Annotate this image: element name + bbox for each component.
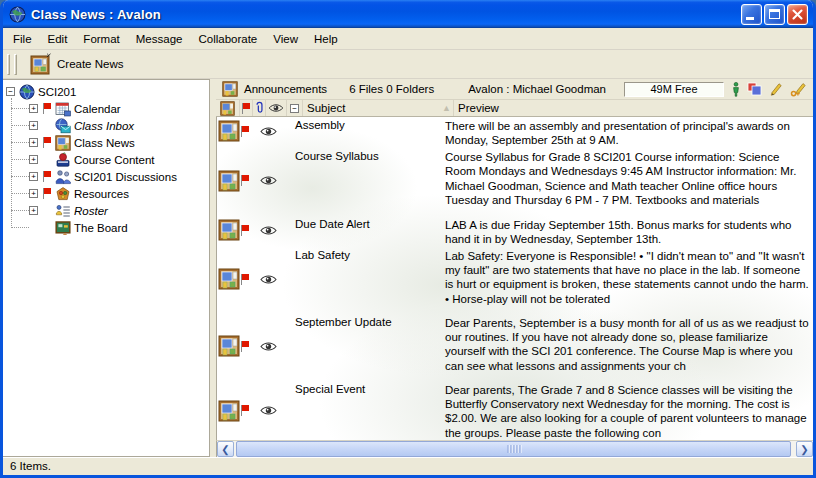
expander-plus-icon[interactable]: + <box>29 189 38 198</box>
create-news-button[interactable]: Create News <box>27 50 130 78</box>
column-item-icon[interactable] <box>216 100 240 116</box>
pencil-icon[interactable] <box>769 82 783 96</box>
column-flag[interactable] <box>240 100 253 116</box>
menu-help[interactable]: Help <box>306 30 346 48</box>
eye-icon[interactable] <box>260 175 277 188</box>
column-attachment[interactable] <box>253 100 266 116</box>
unread-flag-icon <box>240 404 250 419</box>
unread-flag-icon <box>240 125 250 140</box>
column-expand-all[interactable]: − <box>287 100 303 116</box>
close-icon <box>791 8 804 21</box>
eye-icon[interactable] <box>260 274 277 287</box>
item-icon-cell <box>217 381 291 440</box>
list-item-september-update[interactable]: September UpdateDear Parents, September … <box>217 314 813 381</box>
expander-minus-icon[interactable]: − <box>6 87 15 96</box>
roster-icon <box>55 203 71 219</box>
menu-format[interactable]: Format <box>75 30 127 48</box>
person-icon[interactable] <box>732 82 740 97</box>
eye-icon[interactable] <box>260 405 277 418</box>
item-icon-cell <box>217 216 291 247</box>
tree-item-course-content[interactable]: +Course Content <box>3 151 209 168</box>
expander-plus-icon[interactable]: + <box>29 206 38 215</box>
message-pane: Announcements 6 Files 0 Folders Avalon :… <box>216 79 813 457</box>
item-preview: Dear parents, The Grade 7 and 8 Science … <box>441 381 813 440</box>
scroll-left-button[interactable]: ❮ <box>217 441 234 457</box>
tree-item-label: Calendar <box>74 103 121 115</box>
layers-icon[interactable] <box>747 82 762 96</box>
minimize-button[interactable] <box>741 4 762 25</box>
list-item-special-event[interactable]: Special EventDear parents, The Grade 7 a… <box>217 381 813 440</box>
horizontal-scrollbar[interactable]: ❮ ❯ <box>216 440 813 457</box>
column-subject[interactable]: Subject ▲ <box>303 100 453 116</box>
maximize-button[interactable] <box>764 4 785 25</box>
toolbar-gripper[interactable] <box>7 54 10 75</box>
tree-item-roster[interactable]: +Roster <box>3 202 209 219</box>
tree-item-label: Class Inbox <box>74 120 134 132</box>
news-item-icon <box>218 268 240 292</box>
paperclip-icon <box>255 101 264 115</box>
unread-flag-icon <box>42 170 55 183</box>
toolbar-gripper[interactable] <box>14 54 17 75</box>
item-subject: September Update <box>291 314 441 381</box>
news-item-icon <box>218 170 240 194</box>
server-user: Avalon : Michael Goodman <box>468 83 606 95</box>
message-list: AssemblyThere will be an assembly and pr… <box>216 117 813 440</box>
tree-item-label: Roster <box>74 205 108 217</box>
tree-item-class-inbox[interactable]: +Class Inbox <box>3 117 209 134</box>
item-icon-cell <box>217 148 291 216</box>
item-icon-cell <box>217 314 291 381</box>
window-title: Class News : Avalon <box>31 7 741 22</box>
close-button[interactable] <box>787 4 808 25</box>
tree-item-class-news[interactable]: +Class News <box>3 134 209 151</box>
calendar-icon <box>55 101 71 117</box>
tree-item-label: SCI201 <box>38 86 76 98</box>
list-item-lab-safety[interactable]: Lab SafetyLab Safety: Everyone is Respon… <box>217 247 813 314</box>
tree-item-the-board[interactable]: The Board <box>3 219 209 236</box>
tree-item-sci201[interactable]: −SCI201 <box>3 83 209 100</box>
column-preview[interactable]: Preview <box>453 100 813 116</box>
expander-plus-icon[interactable]: + <box>29 104 38 113</box>
list-item-course-syllabus[interactable]: Course SyllabusCourse Syllabus for Grade… <box>217 148 813 216</box>
menu-bar: FileEditFormatMessageCollaborateViewHelp <box>3 28 813 50</box>
tree-item-resources[interactable]: +Resources <box>3 185 209 202</box>
globe-icon <box>19 84 35 100</box>
unread-flag-icon <box>240 340 250 355</box>
tree-item-sci201-discussions[interactable]: +SCI201 Discussions <box>3 168 209 185</box>
item-count-label: 6 Items. <box>10 460 51 472</box>
item-icon-cell <box>217 247 291 314</box>
expander-plus-icon[interactable]: + <box>29 121 38 130</box>
scrollbar-thumb[interactable] <box>236 441 791 457</box>
collapse-all-icon: − <box>290 104 299 113</box>
create-news-label: Create News <box>57 58 123 70</box>
menu-view[interactable]: View <box>265 30 306 48</box>
menu-message[interactable]: Message <box>128 30 191 48</box>
news-item-icon <box>218 400 240 424</box>
menu-edit[interactable]: Edit <box>40 30 76 48</box>
news-icon <box>55 135 71 151</box>
tree-item-calendar[interactable]: +Calendar <box>3 100 209 117</box>
unread-flag-icon <box>240 273 250 288</box>
eye-icon[interactable] <box>260 225 277 238</box>
menu-collaborate[interactable]: Collaborate <box>190 30 265 48</box>
maximize-icon <box>769 9 780 19</box>
expander-plus-icon[interactable]: + <box>29 138 38 147</box>
item-preview: There will be an assembly and presentati… <box>441 117 813 148</box>
eye-icon[interactable] <box>260 126 277 139</box>
list-item-assembly[interactable]: AssemblyThere will be an assembly and pr… <box>217 117 813 148</box>
expander-plus-icon[interactable]: + <box>29 155 38 164</box>
item-subject: Assembly <box>291 117 441 148</box>
column-read-status[interactable] <box>266 100 287 116</box>
eye-icon[interactable] <box>260 341 277 354</box>
title-bar: Class News : Avalon <box>3 0 813 28</box>
toolbar: Create News <box>3 50 813 79</box>
pencil-key-icon[interactable] <box>790 82 807 97</box>
menu-file[interactable]: File <box>5 30 40 48</box>
board-icon <box>55 220 71 236</box>
file-count: 6 Files 0 Folders <box>349 83 434 95</box>
thumb-grip-icon <box>507 445 520 453</box>
item-subject: Special Event <box>291 381 441 440</box>
scroll-right-button[interactable]: ❯ <box>796 441 813 457</box>
expander-plus-icon[interactable]: + <box>29 172 38 181</box>
minimize-icon <box>746 17 754 20</box>
list-item-due-date-alert[interactable]: Due Date AlertLAB A is due Friday Septem… <box>217 216 813 247</box>
